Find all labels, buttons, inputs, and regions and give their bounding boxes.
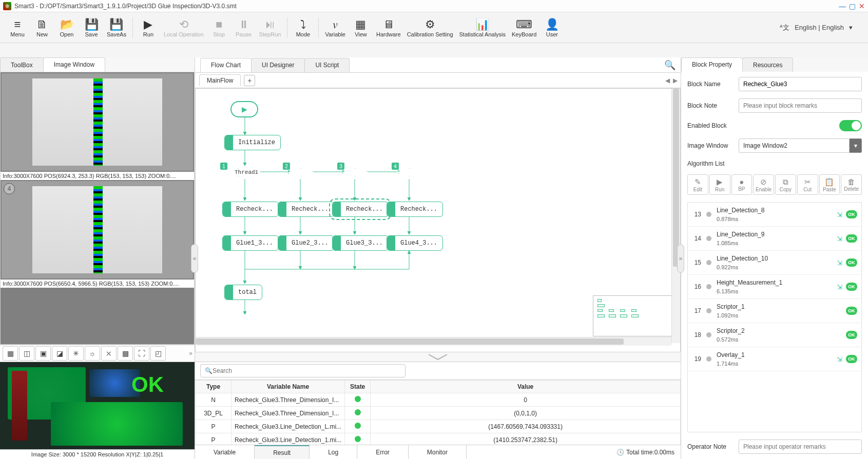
- save-button[interactable]: 💾Save: [82, 18, 101, 37]
- block-name-input[interactable]: [739, 77, 862, 91]
- algo-edit-button[interactable]: ✎Edit: [687, 174, 708, 195]
- subtab-mainflow[interactable]: MainFlow: [199, 74, 241, 86]
- block-recheck-2[interactable]: Recheck...: [278, 202, 334, 217]
- algo-paste-button[interactable]: 📋Paste: [819, 174, 840, 195]
- stat-button[interactable]: 📊Statistical Analysis: [459, 18, 506, 37]
- algorithm-row[interactable]: 13 Line_Detection_8 0.878ms ⇲OK: [688, 203, 861, 227]
- tab-image-window[interactable]: Image Window: [43, 57, 105, 72]
- table-row[interactable]: P Recheck_Glue3.Line_Detection_1.mi... (…: [196, 433, 681, 445]
- block-glue2[interactable]: Glue2_3...: [278, 235, 334, 251]
- algorithm-row[interactable]: 19 Overlay_1 1.714ms ⇲OK: [688, 347, 861, 371]
- algorithm-list[interactable]: 13 Line_Detection_8 0.878ms ⇲OK14 Line_D…: [687, 202, 862, 432]
- branch-4[interactable]: 4: [396, 166, 423, 179]
- algorithm-row[interactable]: 18 Scriptor_2 0.572ms OK: [688, 323, 861, 347]
- vt-wire-icon[interactable]: ◫: [19, 346, 34, 361]
- run-button[interactable]: ▶Run: [139, 18, 158, 37]
- pause-button[interactable]: ⏸Pause: [235, 18, 253, 37]
- tab-ui-script[interactable]: UI Script: [304, 58, 350, 72]
- variable-search-box[interactable]: 🔍: [200, 364, 406, 377]
- new-button[interactable]: 🗎New: [33, 18, 51, 37]
- save-as-button[interactable]: 💾SaveAs: [107, 18, 126, 37]
- flow-canvas[interactable]: ▶ Initialize 1 Thread1 2 3 4 Recheck... …: [195, 88, 681, 352]
- menu-button[interactable]: ≡Menu: [8, 18, 27, 37]
- image-window-select[interactable]: Image Window2: [739, 138, 850, 153]
- collapse-left-handle[interactable]: «: [191, 244, 198, 273]
- flow-nav-prev-icon[interactable]: ◀: [665, 77, 670, 84]
- view-button[interactable]: ▦View: [352, 18, 370, 37]
- tab-variable[interactable]: Variable: [195, 445, 255, 459]
- branch-2[interactable]: 2: [287, 166, 315, 179]
- vt-layers-icon[interactable]: ▩: [118, 346, 133, 361]
- step-run-button[interactable]: ⏯StepRun: [259, 18, 281, 37]
- col-state[interactable]: State: [345, 381, 371, 393]
- block-glue4[interactable]: Glue4_3...: [387, 235, 443, 251]
- algo-enable-button[interactable]: ⊘Enable: [753, 174, 774, 195]
- image-preview-3d[interactable]: OK: [0, 362, 195, 449]
- add-flow-button[interactable]: +: [244, 75, 255, 86]
- canvas-scroll-vertical[interactable]: [671, 89, 680, 343]
- block-total[interactable]: total: [224, 285, 262, 300]
- keyboard-button[interactable]: ⌨KeyBoard: [512, 18, 536, 37]
- maximize-button[interactable]: ▢: [849, 2, 856, 10]
- vt-fit-icon[interactable]: ✳: [68, 346, 84, 361]
- vt-cube-icon[interactable]: ▣: [35, 346, 51, 361]
- tab-block-property[interactable]: Block Property: [681, 57, 743, 72]
- variable-search-input[interactable]: [213, 367, 401, 374]
- algorithm-row[interactable]: 15 Line_Detection_10 0.922ms ⇲OK: [688, 251, 861, 275]
- block-recheck-4[interactable]: Recheck...: [387, 202, 443, 217]
- col-type[interactable]: Type: [196, 381, 232, 393]
- local-op-button[interactable]: ⟲Local Operation: [164, 18, 204, 37]
- tab-log[interactable]: Log: [310, 445, 357, 459]
- image-window-dropdown-button[interactable]: ▾: [850, 138, 862, 153]
- more-icon[interactable]: »: [189, 350, 192, 357]
- stop-button[interactable]: ■Stop: [210, 18, 228, 37]
- vertical-split-handle[interactable]: [195, 352, 681, 362]
- user-button[interactable]: 👤User: [543, 18, 561, 37]
- tab-flow-chart[interactable]: Flow Chart: [200, 58, 252, 72]
- block-note-input[interactable]: [739, 98, 862, 113]
- table-row[interactable]: 3D_PL Recheck_Glue3.Three_Dimension_I...…: [196, 407, 681, 420]
- mode-button[interactable]: ⤵Mode: [294, 18, 312, 37]
- algo-copy-button[interactable]: ⧉Copy: [775, 174, 796, 195]
- collapse-right-handle[interactable]: »: [677, 244, 684, 273]
- block-glue1[interactable]: Glue1_3...: [222, 235, 279, 251]
- operator-note-input[interactable]: [739, 440, 862, 454]
- minimap[interactable]: [593, 295, 675, 336]
- image-preview-2[interactable]: 4: [2, 181, 193, 278]
- hardware-button[interactable]: 🖥Hardware: [376, 18, 401, 37]
- language-dropdown[interactable]: ᴬ文 English | English ▾: [780, 23, 853, 32]
- close-button[interactable]: ✕: [859, 2, 865, 10]
- vt-axis-icon[interactable]: ⤬: [101, 346, 117, 361]
- algo-run-button[interactable]: ▶Run: [709, 174, 730, 195]
- tab-toolbox[interactable]: ToolBox: [0, 57, 44, 72]
- block-recheck-3-selected[interactable]: Recheck...: [332, 202, 389, 217]
- canvas-scroll-horizontal[interactable]: [196, 337, 671, 346]
- minimize-button[interactable]: —: [839, 2, 846, 10]
- block-initialize[interactable]: Initialize: [224, 135, 281, 150]
- tab-ui-designer[interactable]: UI Designer: [251, 58, 305, 72]
- algo-delete-button[interactable]: 🗑Delete: [841, 174, 862, 195]
- image-preview-1[interactable]: [2, 73, 193, 171]
- table-row[interactable]: N Recheck_Glue3.Three_Dimension_I... 0: [196, 393, 681, 407]
- block-glue3[interactable]: Glue3_3...: [332, 235, 389, 251]
- algorithm-row[interactable]: 17 Scriptor_1 1.092ms OK: [688, 299, 861, 323]
- open-button[interactable]: 📂Open: [57, 18, 76, 37]
- block-recheck-1[interactable]: Recheck...: [222, 202, 279, 217]
- vt-box-icon[interactable]: ◰: [150, 346, 166, 361]
- col-name[interactable]: Variable Name: [232, 381, 345, 393]
- enabled-block-toggle[interactable]: [839, 120, 862, 131]
- algo-bp-button[interactable]: ●BP: [731, 174, 753, 195]
- vt-grid-icon[interactable]: ▦: [3, 346, 18, 361]
- tab-error[interactable]: Error: [357, 445, 409, 459]
- branch-3[interactable]: 3: [341, 166, 369, 179]
- algo-cut-button[interactable]: ✂Cut: [797, 174, 818, 195]
- flow-nav-next-icon[interactable]: ▶: [673, 77, 678, 84]
- search-icon[interactable]: 🔍: [664, 59, 676, 71]
- vt-light-icon[interactable]: ☼: [85, 346, 100, 361]
- start-node[interactable]: ▶: [230, 101, 258, 117]
- tab-resources[interactable]: Resources: [742, 57, 793, 72]
- col-value[interactable]: Value: [371, 381, 681, 393]
- vt-full-icon[interactable]: ⛶: [134, 346, 149, 361]
- tab-monitor[interactable]: Monitor: [409, 445, 467, 459]
- calibration-button[interactable]: ⚙Calibration Setting: [407, 18, 453, 37]
